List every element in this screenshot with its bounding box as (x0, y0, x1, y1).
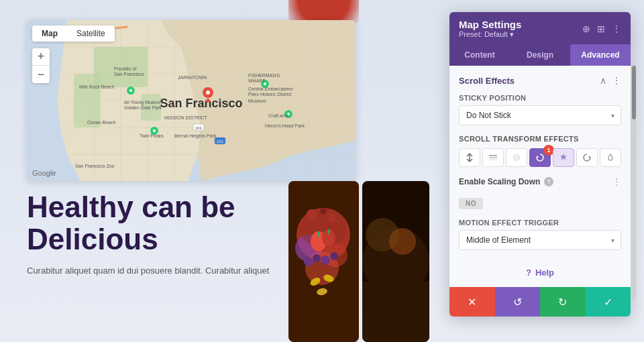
sticky-position-select[interactable]: Do Not Stick Top of Viewport Bottom of V… (459, 105, 621, 125)
svg-text:Presidio of: Presidio of (114, 66, 136, 71)
svg-rect-76 (362, 282, 429, 342)
motion-trigger-label: Motion Effect Trigger (459, 219, 621, 227)
headline: Healthy can be Delicious (27, 191, 282, 256)
panel-header: Map Settings Preset: Default ▾ ⊕ ⊞ ⋮ (449, 12, 631, 44)
settings-panel: Map Settings Preset: Default ▾ ⊕ ⊞ ⋮ Con… (449, 12, 631, 317)
effect-blur-btn[interactable] (506, 148, 527, 167)
motion-trigger-select[interactable]: Middle of Element Top of Element Bottom … (459, 230, 621, 250)
target-icon[interactable]: ⊕ (582, 23, 590, 34)
food-image-2 (362, 181, 429, 342)
svg-point-75 (389, 228, 416, 255)
panel-scrollbar[interactable] (632, 66, 636, 300)
tab-advanced[interactable]: Advanced (570, 44, 631, 66)
scroll-transform-field: Scroll Transform Effects (459, 135, 621, 167)
map-tab-satellite[interactable]: Satellite (67, 25, 115, 42)
svg-text:San Francisco: San Francisco (114, 72, 144, 76)
svg-point-23 (129, 89, 132, 92)
panel-title-group: Map Settings Preset: Default ▾ (459, 19, 521, 39)
scroll-effects-label: Scroll Effects (459, 76, 515, 86)
help-label[interactable]: Help (535, 268, 554, 278)
section-more-icon[interactable]: ⋮ (612, 75, 621, 86)
panel-header-icons[interactable]: ⊕ ⊞ ⋮ (582, 23, 621, 34)
svg-point-59 (328, 214, 336, 222)
svg-rect-84 (489, 160, 497, 161)
panel-preset: Preset: Default ▾ (459, 30, 521, 39)
zoom-out-button[interactable]: − (32, 66, 50, 83)
effect-drop-btn[interactable] (600, 148, 621, 167)
svg-text:Heron's Head Park: Heron's Head Park (265, 123, 305, 128)
svg-text:FISHERMAN'S: FISHERMAN'S (248, 73, 280, 78)
tab-content[interactable]: Content (449, 44, 510, 66)
svg-text:Craft and...: Craft and... (268, 113, 292, 118)
svg-point-58 (307, 209, 317, 220)
tab-design[interactable]: Design (510, 44, 570, 66)
svg-point-25 (153, 129, 156, 132)
effect-fade-btn[interactable] (482, 148, 504, 167)
enable-scaling-icons[interactable]: ⋮ (612, 176, 621, 187)
svg-point-60 (320, 208, 327, 215)
more-icon[interactable]: ⋮ (612, 23, 621, 34)
map-tabs[interactable]: Map Satellite (32, 25, 115, 42)
svg-text:Twin Peaks: Twin Peaks (140, 133, 164, 138)
save-button[interactable]: ✓ (586, 287, 631, 317)
svg-point-21 (206, 91, 210, 95)
effect-undo-btn[interactable] (576, 148, 598, 167)
svg-text:Piers Historic District: Piers Historic District (248, 92, 292, 97)
enable-scaling-toggle[interactable]: NO (459, 198, 483, 209)
section-icons[interactable]: ∧ ⋮ (600, 75, 621, 86)
svg-marker-88 (588, 156, 590, 158)
svg-text:101: 101 (217, 139, 224, 144)
help-question-icon: ? (526, 268, 531, 278)
scroll-effects-section-header: Scroll Effects ∧ ⋮ (459, 75, 621, 86)
headline-line1: Healthy can be (27, 190, 235, 223)
motion-trigger-field: Motion Effect Trigger Middle of Element … (459, 219, 621, 250)
svg-rect-83 (489, 157, 497, 158)
panel-tabs[interactable]: Content Design Advanced (449, 44, 631, 66)
sticky-position-select-wrapper[interactable]: Do Not Stick Top of Viewport Bottom of V… (459, 105, 621, 125)
action-bar[interactable]: ✕ ↺ ↻ ✓ (449, 287, 631, 317)
svg-text:Ocean Beach: Ocean Beach (87, 120, 116, 125)
map-container: San Francisco Presidio of San Francisco … (27, 20, 356, 181)
motion-trigger-select-wrapper[interactable]: Middle of Element Top of Element Bottom … (459, 230, 621, 250)
grid-icon[interactable]: ⊞ (597, 23, 605, 34)
effect-move-btn[interactable] (459, 148, 480, 167)
sticky-position-label: Sticky Position (459, 94, 621, 102)
effect-color-btn[interactable] (553, 148, 574, 167)
sticky-position-field: Sticky Position Do Not Stick Top of View… (459, 94, 621, 125)
collapse-icon[interactable]: ∧ (600, 75, 606, 86)
enable-scaling-row: Enable Scaling Down ? ⋮ (459, 176, 621, 187)
scaling-more-icon[interactable]: ⋮ (612, 176, 621, 187)
svg-point-68 (330, 252, 338, 260)
svg-text:Golden Gate Park: Golden Gate Park (124, 105, 162, 110)
redo-button[interactable]: ↻ (540, 287, 586, 317)
food-image (288, 181, 359, 342)
enable-scaling-help-icon[interactable]: ? (544, 177, 553, 186)
effects-icons-row[interactable]: 1 (459, 148, 621, 167)
scroll-transform-label: Scroll Transform Effects (459, 135, 621, 143)
svg-text:Central Embarcadero: Central Embarcadero (248, 87, 293, 91)
svg-text:101: 101 (195, 126, 203, 130)
bottom-content: Healthy can be Delicious Curabitur aliqu… (27, 191, 282, 277)
svg-rect-17 (74, 74, 101, 127)
map-zoom-controls[interactable]: + − (32, 48, 50, 83)
svg-point-86 (515, 156, 518, 159)
svg-rect-82 (489, 155, 497, 156)
svg-text:San Francisco: San Francisco (160, 97, 242, 110)
svg-text:Mile Rock Beach: Mile Rock Beach (79, 84, 115, 89)
subtext: Curabitur aliquet quam id dui posuere bl… (27, 264, 282, 278)
headline-line2: Delicious (27, 223, 158, 255)
effect-rotate-btn[interactable]: 1 (529, 148, 551, 167)
zoom-in-button[interactable]: + (32, 48, 50, 66)
map-tab-map[interactable]: Map (32, 25, 67, 42)
svg-rect-64 (328, 229, 329, 234)
panel-scrollbar-thumb[interactable] (632, 66, 636, 119)
enable-scaling-value: NO (466, 200, 476, 207)
svg-text:Museum: Museum (248, 99, 266, 103)
enable-scaling-toggle-row[interactable]: NO (459, 196, 621, 209)
help-row[interactable]: ? Help (459, 260, 621, 287)
cancel-button[interactable]: ✕ (449, 287, 495, 317)
svg-text:JAPANTOWN: JAPANTOWN (178, 75, 207, 80)
svg-marker-87 (537, 156, 539, 158)
svg-point-67 (321, 255, 330, 265)
undo-button[interactable]: ↺ (495, 287, 541, 317)
